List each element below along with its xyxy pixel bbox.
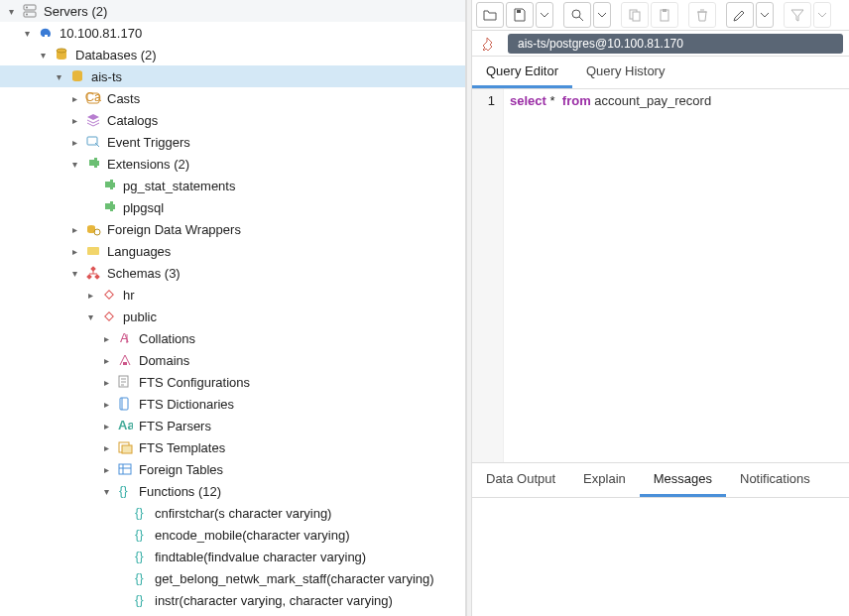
caret-icon[interactable]: ▸ xyxy=(99,355,113,366)
tree-fn-encode-mobile[interactable]: ▸ {} encode_mobile(character varying) xyxy=(0,524,465,546)
tree-label: Catalogs xyxy=(105,113,158,128)
caret-icon[interactable]: ▸ xyxy=(99,399,113,410)
tree-label: Domains xyxy=(137,353,189,368)
foreign-tables-icon xyxy=(117,461,133,477)
tree-schema-public[interactable]: ▾ public xyxy=(0,306,465,327)
caret-icon[interactable]: ▾ xyxy=(52,71,65,82)
tree-label: Event Triggers xyxy=(105,135,190,150)
delete-button[interactable] xyxy=(688,2,716,28)
paste-button[interactable] xyxy=(651,2,678,28)
output-panel: Data Output Explain Messages Notificatio… xyxy=(472,462,849,616)
tree-fts-dict[interactable]: ▸ FTS Dictionaries xyxy=(0,393,465,415)
tree-domains[interactable]: ▸ Domains xyxy=(0,349,465,371)
tree-ext-plpgsql[interactable]: ▸ plpgsql xyxy=(0,196,465,218)
copy-button[interactable] xyxy=(621,2,649,28)
svg-text:{}: {} xyxy=(135,570,144,585)
tree-catalogs[interactable]: ▸ Catalogs xyxy=(0,109,465,131)
caret-icon[interactable]: ▸ xyxy=(99,377,113,388)
caret-icon[interactable]: ▾ xyxy=(67,268,81,279)
caret-icon[interactable]: ▸ xyxy=(99,421,113,431)
edit-dropdown-button[interactable] xyxy=(756,2,774,28)
svg-rect-15 xyxy=(94,274,100,280)
tree-fn-instr[interactable]: ▸ {} instr(character varying, character … xyxy=(0,589,465,611)
tree-label: Collations xyxy=(137,331,195,346)
tree-ext-pgstat[interactable]: ▸ pg_stat_statements xyxy=(0,175,465,196)
save-button[interactable] xyxy=(506,2,534,28)
caret-icon[interactable]: ▸ xyxy=(99,464,113,475)
caret-icon[interactable]: ▸ xyxy=(83,290,97,301)
tree-collations[interactable]: ▸ A Collations xyxy=(0,327,465,349)
svg-rect-19 xyxy=(123,362,127,365)
sql-editor[interactable]: 1 select * from account_pay_record xyxy=(472,89,849,462)
tree-foreign-tables[interactable]: ▸ Foreign Tables xyxy=(0,458,465,480)
caret-icon[interactable]: ▸ xyxy=(67,93,81,104)
domains-icon xyxy=(117,352,133,368)
tree-label: Languages xyxy=(105,244,171,259)
catalogs-icon xyxy=(85,112,101,128)
caret-icon[interactable]: ▾ xyxy=(99,486,113,497)
tab-query-history[interactable]: Query History xyxy=(572,57,678,88)
caret-icon[interactable]: ▸ xyxy=(67,115,81,126)
caret-icon[interactable]: ▸ xyxy=(67,246,81,257)
tree-fn-findtable[interactable]: ▸ {} findtable(findvalue character varyi… xyxy=(0,546,465,567)
tree-schema-hr[interactable]: ▸ hr xyxy=(0,284,465,306)
tree-schemas[interactable]: ▾ Schemas (3) xyxy=(0,262,465,284)
caret-icon[interactable]: ▾ xyxy=(4,6,18,17)
tree-label: get_belong_netwk_mark_staff(character va… xyxy=(153,571,434,586)
tree-fts-parsers[interactable]: ▸ Aa FTS Parsers xyxy=(0,415,465,436)
database-icon xyxy=(54,47,69,62)
tree-fts-config[interactable]: ▸ FTS Configurations xyxy=(0,371,465,393)
svg-text:Ca: Ca xyxy=(85,90,101,104)
tab-data-output[interactable]: Data Output xyxy=(472,463,569,497)
tree-casts[interactable]: ▸ Ca Casts xyxy=(0,87,465,109)
code-area[interactable]: select * from account_pay_record xyxy=(504,89,717,462)
fts-parsers-icon: Aa xyxy=(117,418,133,433)
tree-server-host[interactable]: ▾ 10.100.81.170 xyxy=(0,22,465,44)
tree-servers[interactable]: ▾ Servers (2) xyxy=(0,0,465,22)
svg-point-2 xyxy=(26,7,28,9)
tree-label: Foreign Data Wrappers xyxy=(105,222,241,237)
extension-icon xyxy=(101,199,117,215)
save-dropdown-button[interactable] xyxy=(536,2,553,28)
tree-languages[interactable]: ▸ Languages xyxy=(0,240,465,262)
tab-notifications[interactable]: Notifications xyxy=(726,463,824,497)
filter-button[interactable] xyxy=(784,2,811,28)
tree-extensions[interactable]: ▾ Extensions (2) xyxy=(0,153,465,175)
tree-label: 10.100.81.170 xyxy=(58,26,142,41)
database-icon xyxy=(69,68,85,84)
tree-label: pg_stat_statements xyxy=(121,179,235,193)
tree-event-triggers[interactable]: ▸ Event Triggers xyxy=(0,131,465,153)
caret-icon[interactable]: ▾ xyxy=(20,28,34,39)
caret-icon[interactable]: ▾ xyxy=(83,311,97,322)
sql-star: * xyxy=(550,93,555,108)
caret-icon[interactable]: ▸ xyxy=(99,333,113,344)
tree-label: Casts xyxy=(105,91,140,106)
filter-dropdown-button[interactable] xyxy=(813,2,831,28)
connection-pin-icon[interactable] xyxy=(482,36,498,52)
tree-functions[interactable]: ▾ {} Functions (12) xyxy=(0,480,465,502)
tab-messages[interactable]: Messages xyxy=(640,463,726,497)
caret-icon[interactable]: ▸ xyxy=(67,224,81,235)
tree-fn-get-belong-netwk[interactable]: ▸ {} get_belong_netwk_mark_staff(charact… xyxy=(0,567,465,589)
extension-icon xyxy=(101,178,117,193)
open-file-button[interactable] xyxy=(476,2,504,28)
svg-rect-25 xyxy=(119,464,131,474)
tree-fn-cnfirstchar[interactable]: ▸ {} cnfirstchar(s character varying) xyxy=(0,502,465,524)
tab-explain[interactable]: Explain xyxy=(569,463,640,497)
caret-icon[interactable]: ▸ xyxy=(67,137,81,148)
tree-fts-templates[interactable]: ▸ FTS Templates xyxy=(0,436,465,458)
find-button[interactable] xyxy=(563,2,591,28)
caret-icon[interactable]: ▾ xyxy=(36,50,50,61)
edit-button[interactable] xyxy=(726,2,754,28)
tab-query-editor[interactable]: Query Editor xyxy=(472,57,572,88)
fts-templates-icon xyxy=(117,439,133,455)
caret-icon[interactable]: ▾ xyxy=(67,159,81,170)
caret-icon[interactable]: ▸ xyxy=(99,442,113,453)
tree-databases[interactable]: ▾ Databases (2) xyxy=(0,44,465,65)
svg-rect-21 xyxy=(120,398,128,410)
tree-fdw[interactable]: ▸ Foreign Data Wrappers xyxy=(0,218,465,240)
connection-label[interactable]: ais-ts/postgres@10.100.81.170 xyxy=(508,34,843,54)
find-dropdown-button[interactable] xyxy=(593,2,611,28)
svg-rect-0 xyxy=(24,5,36,10)
tree-db-aists[interactable]: ▾ ais-ts xyxy=(0,65,465,87)
